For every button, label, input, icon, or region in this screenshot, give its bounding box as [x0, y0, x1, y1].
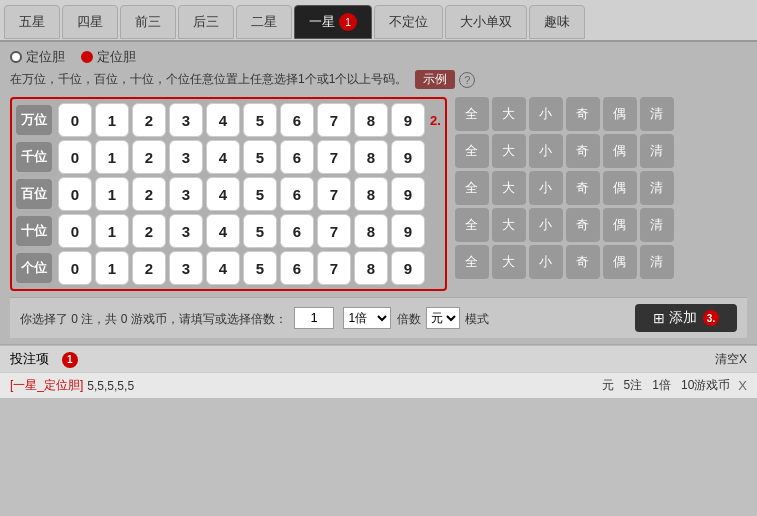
tab-qiansan[interactable]: 前三 [120, 5, 176, 39]
num-gewei-0[interactable]: 0 [58, 251, 92, 285]
quick-wanwei-even[interactable]: 偶 [603, 97, 637, 131]
tab-budingwei[interactable]: 不定位 [374, 5, 443, 39]
num-shiwei-1[interactable]: 1 [95, 214, 129, 248]
quick-baiwei-clear[interactable]: 清 [640, 171, 674, 205]
num-wanwei-4[interactable]: 4 [206, 103, 240, 137]
num-gewei-9[interactable]: 9 [391, 251, 425, 285]
tab-quwei[interactable]: 趣味 [529, 5, 585, 39]
quick-wanwei-big[interactable]: 大 [492, 97, 526, 131]
num-wanwei-7[interactable]: 7 [317, 103, 351, 137]
num-qianwei-6[interactable]: 6 [280, 140, 314, 174]
num-shiwei-5[interactable]: 5 [243, 214, 277, 248]
quick-shiwei-odd[interactable]: 奇 [566, 208, 600, 242]
num-baiwei-4[interactable]: 4 [206, 177, 240, 211]
bet-remove-button[interactable]: X [738, 378, 747, 393]
quick-qianwei-clear[interactable]: 清 [640, 134, 674, 168]
num-qianwei-8[interactable]: 8 [354, 140, 388, 174]
num-gewei-4[interactable]: 4 [206, 251, 240, 285]
num-shiwei-2[interactable]: 2 [132, 214, 166, 248]
quick-gewei-odd[interactable]: 奇 [566, 245, 600, 279]
num-gewei-3[interactable]: 3 [169, 251, 203, 285]
num-gewei-2[interactable]: 2 [132, 251, 166, 285]
num-baiwei-0[interactable]: 0 [58, 177, 92, 211]
example-button[interactable]: 示例 [415, 70, 455, 89]
num-wanwei-8[interactable]: 8 [354, 103, 388, 137]
num-wanwei-9[interactable]: 9 [391, 103, 425, 137]
tab-wuxing[interactable]: 五星 [4, 5, 60, 39]
quick-wanwei-small[interactable]: 小 [529, 97, 563, 131]
num-gewei-6[interactable]: 6 [280, 251, 314, 285]
num-qianwei-3[interactable]: 3 [169, 140, 203, 174]
quick-qianwei-all[interactable]: 全 [455, 134, 489, 168]
quick-baiwei-all[interactable]: 全 [455, 171, 489, 205]
table-row: [一星_定位胆] 5,5,5,5,5 元 5注 1倍 10游戏币 X [0, 372, 757, 398]
quick-wanwei-odd[interactable]: 奇 [566, 97, 600, 131]
num-wanwei-1[interactable]: 1 [95, 103, 129, 137]
quick-qianwei-even[interactable]: 偶 [603, 134, 637, 168]
tab-yixing[interactable]: 一星 1 [294, 5, 372, 39]
num-wanwei-2[interactable]: 2 [132, 103, 166, 137]
num-baiwei-7[interactable]: 7 [317, 177, 351, 211]
quick-shiwei-all[interactable]: 全 [455, 208, 489, 242]
num-gewei-8[interactable]: 8 [354, 251, 388, 285]
num-shiwei-6[interactable]: 6 [280, 214, 314, 248]
radio-dingweishan-2[interactable]: 定位胆 [81, 48, 136, 66]
num-shiwei-3[interactable]: 3 [169, 214, 203, 248]
num-qianwei-1[interactable]: 1 [95, 140, 129, 174]
num-qianwei-4[interactable]: 4 [206, 140, 240, 174]
bet-currency-select[interactable]: 元 角 [426, 307, 460, 329]
quick-shiwei-small[interactable]: 小 [529, 208, 563, 242]
num-shiwei-9[interactable]: 9 [391, 214, 425, 248]
bet-multiple-select[interactable]: 1倍 2倍 5倍 10倍 [343, 307, 391, 329]
num-qianwei-5[interactable]: 5 [243, 140, 277, 174]
num-wanwei-5[interactable]: 5 [243, 103, 277, 137]
num-shiwei-7[interactable]: 7 [317, 214, 351, 248]
num-wanwei-6[interactable]: 6 [280, 103, 314, 137]
bet-multiplier-input[interactable] [294, 307, 334, 329]
quick-qianwei-odd[interactable]: 奇 [566, 134, 600, 168]
help-icon[interactable]: ? [459, 72, 475, 88]
quick-gewei-clear[interactable]: 清 [640, 245, 674, 279]
tab-sixing[interactable]: 四星 [62, 5, 118, 39]
quick-baiwei-odd[interactable]: 奇 [566, 171, 600, 205]
quick-qianwei-small[interactable]: 小 [529, 134, 563, 168]
radio-dingweishan-1[interactable]: 定位胆 [10, 48, 65, 66]
num-baiwei-3[interactable]: 3 [169, 177, 203, 211]
num-baiwei-1[interactable]: 1 [95, 177, 129, 211]
quick-gewei-small[interactable]: 小 [529, 245, 563, 279]
quick-gewei-all[interactable]: 全 [455, 245, 489, 279]
num-shiwei-4[interactable]: 4 [206, 214, 240, 248]
quick-wanwei-all[interactable]: 全 [455, 97, 489, 131]
quick-baiwei-big[interactable]: 大 [492, 171, 526, 205]
quick-wanwei-clear[interactable]: 清 [640, 97, 674, 131]
num-baiwei-5[interactable]: 5 [243, 177, 277, 211]
num-qianwei-2[interactable]: 2 [132, 140, 166, 174]
num-gewei-5[interactable]: 5 [243, 251, 277, 285]
num-baiwei-6[interactable]: 6 [280, 177, 314, 211]
num-baiwei-2[interactable]: 2 [132, 177, 166, 211]
quick-qianwei-big[interactable]: 大 [492, 134, 526, 168]
quick-shiwei-clear[interactable]: 清 [640, 208, 674, 242]
num-baiwei-9[interactable]: 9 [391, 177, 425, 211]
num-baiwei-8[interactable]: 8 [354, 177, 388, 211]
num-qianwei-7[interactable]: 7 [317, 140, 351, 174]
num-wanwei-3[interactable]: 3 [169, 103, 203, 137]
clear-button[interactable]: 清空X [715, 351, 747, 368]
num-gewei-1[interactable]: 1 [95, 251, 129, 285]
num-gewei-7[interactable]: 7 [317, 251, 351, 285]
num-shiwei-0[interactable]: 0 [58, 214, 92, 248]
tab-housan[interactable]: 后三 [178, 5, 234, 39]
quick-gewei-even[interactable]: 偶 [603, 245, 637, 279]
quick-baiwei-even[interactable]: 偶 [603, 171, 637, 205]
num-qianwei-0[interactable]: 0 [58, 140, 92, 174]
add-button[interactable]: ⊞ 添加 3. [635, 304, 737, 332]
quick-gewei-big[interactable]: 大 [492, 245, 526, 279]
tab-daxiaodanshuang[interactable]: 大小单双 [445, 5, 527, 39]
quick-shiwei-big[interactable]: 大 [492, 208, 526, 242]
num-shiwei-8[interactable]: 8 [354, 214, 388, 248]
num-qianwei-9[interactable]: 9 [391, 140, 425, 174]
quick-baiwei-small[interactable]: 小 [529, 171, 563, 205]
num-wanwei-0[interactable]: 0 [58, 103, 92, 137]
quick-shiwei-even[interactable]: 偶 [603, 208, 637, 242]
tab-erxing[interactable]: 二星 [236, 5, 292, 39]
